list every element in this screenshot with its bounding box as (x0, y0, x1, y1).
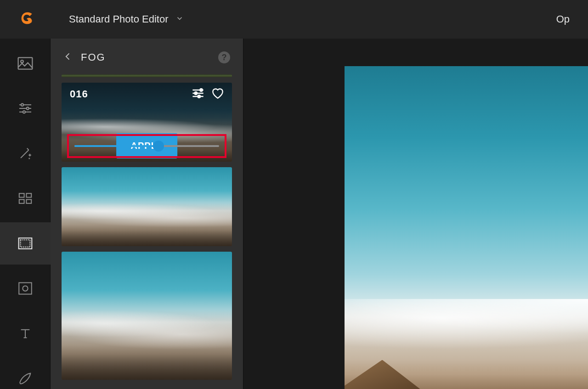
rail-adjust-icon[interactable] (0, 101, 51, 116)
header-right-label[interactable]: Op (556, 13, 570, 25)
svg-rect-10 (19, 199, 24, 203)
filter-card-active[interactable]: 016 APPLY (62, 83, 232, 162)
filter-panel: FOG ? 016 (51, 39, 243, 389)
heart-icon[interactable] (211, 87, 225, 101)
rail-image-icon[interactable] (0, 56, 51, 71)
intensity-slider-fill (74, 145, 158, 147)
svg-rect-14 (19, 283, 32, 294)
intensity-slider-thumb[interactable] (153, 141, 164, 152)
svg-rect-9 (26, 193, 31, 197)
filter-number-label: 016 (70, 88, 88, 100)
svg-point-5 (26, 107, 28, 109)
rail-focus-icon[interactable] (0, 281, 51, 296)
svg-point-22 (195, 92, 198, 95)
svg-rect-0 (18, 57, 32, 69)
rail-grid-icon[interactable] (0, 191, 51, 206)
svg-point-15 (23, 286, 28, 291)
rail-brush-icon[interactable] (0, 371, 51, 386)
sliders-icon[interactable] (192, 88, 204, 100)
app-logo (17, 10, 36, 28)
svg-point-1 (21, 60, 23, 63)
main-region: FOG ? 016 (0, 39, 588, 389)
rail-frames-icon[interactable] (0, 222, 51, 265)
svg-point-3 (21, 104, 23, 106)
filter-list[interactable]: 016 APPLY (51, 74, 243, 389)
help-icon[interactable]: ? (218, 51, 230, 63)
canvas-area[interactable] (243, 39, 588, 389)
tool-rail (0, 39, 51, 389)
prev-card-sliver (62, 74, 232, 77)
rail-text-icon[interactable] (0, 326, 51, 341)
svg-rect-11 (26, 199, 31, 203)
filter-card[interactable] (62, 252, 232, 380)
canvas-image (345, 66, 588, 389)
svg-point-24 (198, 95, 201, 98)
back-icon[interactable] (63, 51, 73, 64)
panel-title: FOG (81, 51, 106, 63)
svg-point-7 (23, 111, 25, 113)
app-header: Standard Photo Editor Op (0, 0, 588, 39)
chevron-down-icon[interactable] (175, 14, 184, 24)
svg-point-20 (200, 89, 203, 91)
svg-rect-8 (19, 193, 24, 197)
panel-header: FOG ? (51, 39, 243, 74)
svg-rect-13 (20, 240, 30, 247)
filter-card[interactable] (62, 167, 232, 246)
editor-mode-title[interactable]: Standard Photo Editor (69, 13, 168, 25)
rail-wand-icon[interactable] (0, 146, 51, 161)
